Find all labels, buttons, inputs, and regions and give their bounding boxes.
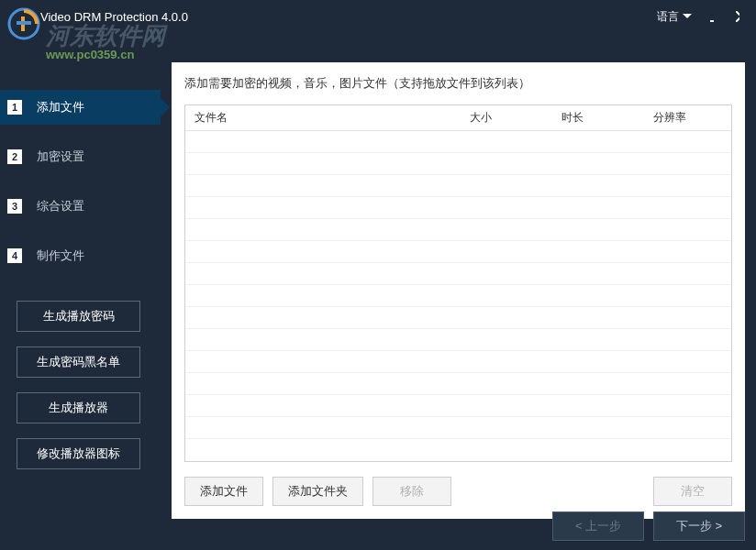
table-row: [185, 263, 731, 285]
table-row: [185, 175, 731, 197]
step-label: 制作文件: [37, 248, 84, 264]
language-dropdown[interactable]: 语言: [653, 6, 695, 28]
svg-rect-2: [17, 21, 31, 25]
chevron-down-icon: [683, 14, 692, 19]
step-add-files[interactable]: 1 添加文件: [0, 90, 161, 125]
step-number: 4: [7, 248, 22, 263]
step-label: 综合设置: [37, 198, 84, 214]
table-row: [185, 373, 731, 395]
table-row: [185, 417, 731, 439]
step-label: 加密设置: [37, 148, 84, 165]
file-table[interactable]: 文件名 大小 时长 分辨率: [184, 104, 732, 462]
step-general-settings[interactable]: 3 综合设置: [0, 189, 161, 224]
table-row: [185, 395, 731, 417]
column-size[interactable]: 大小: [461, 110, 552, 126]
svg-rect-3: [710, 20, 714, 22]
table-header: 文件名 大小 时长 分辨率: [185, 105, 731, 131]
remove-button[interactable]: 移除: [372, 477, 451, 506]
home-link[interactable]: 主页: [700, 68, 743, 84]
step-encrypt-settings[interactable]: 2 加密设置: [0, 139, 161, 174]
column-filename[interactable]: 文件名: [185, 110, 461, 126]
watermark-url: www.pc0359.cn: [46, 48, 134, 61]
close-icon: [736, 11, 739, 22]
column-duration[interactable]: 时长: [552, 110, 644, 126]
generate-play-code-button[interactable]: 生成播放密码: [17, 301, 140, 332]
table-row: [185, 219, 731, 241]
clear-button[interactable]: 清空: [653, 477, 732, 506]
app-logo-icon: [7, 7, 40, 40]
next-button[interactable]: 下一步 >: [653, 512, 745, 541]
column-resolution[interactable]: 分辨率: [644, 110, 731, 126]
sidebar: 1 添加文件 2 加密设置 3 综合设置 4 制作文件 生成播放密码 生成密码黑…: [0, 60, 161, 519]
table-body[interactable]: [185, 131, 731, 439]
minimize-button[interactable]: [703, 7, 721, 26]
step-number: 2: [7, 149, 22, 164]
add-folder-button[interactable]: 添加文件夹: [272, 477, 363, 506]
watermark: 河东软件网 www.pc0359.cn: [7, 7, 40, 43]
instruction-text: 添加需要加密的视频，音乐，图片文件（支持拖放文件到该列表）: [184, 75, 732, 92]
add-file-button[interactable]: 添加文件: [184, 477, 263, 506]
content-panel: 添加需要加密的视频，音乐，图片文件（支持拖放文件到该列表） 文件名 大小 时长 …: [172, 62, 745, 519]
generate-blacklist-button[interactable]: 生成密码黑名单: [17, 346, 140, 378]
close-button[interactable]: [728, 7, 747, 26]
step-number: 1: [7, 100, 22, 115]
minimize-icon: [710, 11, 714, 22]
table-row: [185, 131, 731, 153]
table-row: [185, 307, 731, 329]
table-row: [185, 197, 731, 219]
step-label: 添加文件: [37, 99, 84, 116]
change-player-icon-button[interactable]: 修改播放器图标: [17, 438, 140, 469]
prev-button[interactable]: < 上一步: [552, 512, 644, 541]
table-row: [185, 153, 731, 175]
generate-player-button[interactable]: 生成播放器: [17, 392, 140, 424]
step-number: 3: [7, 199, 22, 214]
table-row: [185, 329, 731, 351]
table-row: [185, 351, 731, 373]
table-row: [185, 241, 731, 263]
home-icon: [700, 70, 715, 82]
table-row: [185, 285, 731, 307]
step-build-files[interactable]: 4 制作文件: [0, 238, 161, 273]
